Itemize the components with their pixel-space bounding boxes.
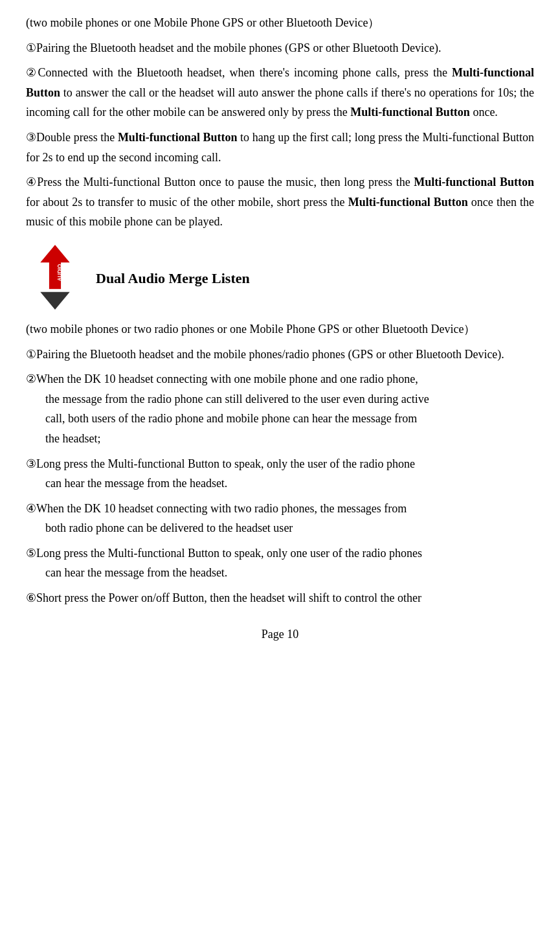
audio-icon: AUDIO: [26, 245, 96, 313]
s-item6: ⑥Short press the Power on/off Button, th…: [26, 588, 534, 608]
section-intro: (two mobile phones or two radio phones o…: [26, 319, 534, 339]
item3: ③Double press the Multi-functional Butto…: [26, 128, 534, 167]
svg-text:AUDIO: AUDIO: [57, 264, 63, 281]
item2: ②Connected with the Bluetooth headset, w…: [26, 63, 534, 122]
page-content: (two mobile phones or one Mobile Phone G…: [26, 13, 534, 641]
svg-marker-1: [40, 245, 69, 262]
s-item1: ①Pairing the Bluetooth headset and the m…: [26, 345, 534, 365]
svg-marker-2: [40, 292, 69, 310]
item4: ④Press the Multi-functional Button once …: [26, 172, 534, 232]
section-heading: Dual Audio Merge Listen: [96, 270, 250, 287]
audio-icon-area: AUDIO Dual Audio Merge Listen: [26, 245, 534, 313]
intro-line: (two mobile phones or one Mobile Phone G…: [26, 13, 534, 33]
page-number: Page 10: [26, 628, 534, 641]
s-item5: ⑤Long press the Multi-functional Button …: [26, 543, 534, 583]
s-item4: ④When the DK 10 headset connecting with …: [26, 499, 534, 538]
s-item3: ③Long press the Multi-functional Button …: [26, 454, 534, 494]
item1: ①Pairing the Bluetooth headset and the m…: [26, 38, 534, 58]
s-item2: ②When the DK 10 headset connecting with …: [26, 369, 534, 448]
